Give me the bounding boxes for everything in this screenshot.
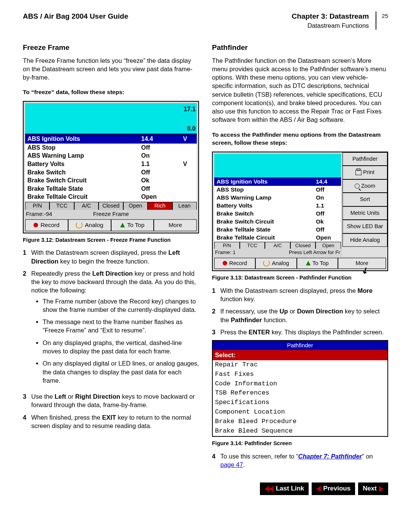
fig313-graph [214,154,341,177]
analog-button[interactable]: Analog [255,258,296,269]
pf-step-2: If necessary, use the Up or Down Directi… [220,307,388,324]
fig313-data-rows: ABS StopOffABS Warning LampOnBattery Vol… [214,186,341,241]
tab-closed[interactable]: Closed [290,242,316,249]
pf-item[interactable]: Code Information [213,379,387,389]
data-row: ABS StopOff [25,144,197,152]
previous-button[interactable]: Previous [312,482,355,495]
tab-tcc[interactable]: TCC [49,202,74,210]
refresh-icon [76,222,83,228]
record-icon [33,223,38,227]
tab-closed[interactable]: Closed [99,202,123,210]
pathfinder-subhead: To access the Pathfinder menu options fr… [212,131,388,147]
freeze-bullet-4: On any displayed digital or LED lines, o… [43,359,199,385]
pf-item[interactable]: Brake Bleed Procedure [213,417,387,427]
figure-3-12-screenshot: 17.1 0.0 ABS Ignition Volts 14.4 V ABS S… [23,101,199,233]
refresh-icon [263,260,270,267]
chapter-7-link[interactable]: Chapter 7: Pathfinder [298,453,362,460]
frame-number: Frame:-94 [26,210,83,218]
pf-item[interactable]: Brake Bleed Sequence [213,427,387,436]
chevron-left-icon [264,486,269,492]
to-top-button[interactable]: To Top [111,219,154,231]
fig312-tabs: P/NTCCA/CClosedOpenRichLean [25,202,197,210]
freeze-step-3: Use the Left or Right Direction keys to … [31,392,199,409]
section-title: Datastream Functions [292,21,369,30]
up-arrow-icon [306,261,311,265]
menu-print[interactable]: Print [342,166,387,179]
page-header: ABS / Air Bag 2004 User Guide Chapter 3:… [23,11,388,30]
figure-3-13-screenshot: ABS Ignition Volts 14.4 ABS StopOffABS W… [212,152,388,272]
print-icon [355,170,362,175]
data-row: Brake SwitchOff [25,168,197,177]
tab-tcc[interactable]: TCC [240,242,265,249]
left-column: Freeze Frame The Freeze Frame function l… [23,40,199,473]
menu-metric[interactable]: Metric Units [342,206,387,220]
chevron-left-icon [269,486,274,492]
last-link-button[interactable]: Last Link [260,482,309,495]
up-arrow-icon [120,223,125,227]
freeze-bullet-1: The Frame number (above the Record key) … [43,297,199,314]
pf-item[interactable]: Repair Trac [213,360,387,370]
fig313-frame-msg: Press Left Arrow for Fr [242,249,340,256]
tab-lean[interactable]: Lean [172,202,197,210]
record-button[interactable]: Record [25,219,68,231]
pf-step-3: Press the ENTER key. This displays the P… [220,328,388,336]
more-button[interactable]: More [154,219,197,231]
chevron-left-icon [316,486,321,492]
analog-button[interactable]: Analog [68,219,111,231]
freeze-step-1: With the Datastream screen displayed, pr… [31,248,199,265]
record-button[interactable]: Record [214,258,255,269]
menu-sort[interactable]: Sort [342,193,387,206]
pf-item[interactable]: TSB References [213,388,387,398]
tab-pn[interactable]: P/N [214,242,240,249]
freeze-frame-message: Freeze Frame [83,210,139,218]
pathfinder-intro: The Pathfinder function on the Datastrea… [212,56,388,124]
tab-open[interactable]: Open [123,202,148,210]
freeze-step-4: When finished, press the EXIT key to ret… [31,413,199,430]
freeze-bullet-3: On any displayed graphs, the vertical, d… [43,339,199,356]
graph-zero-value: 0.0 [187,125,196,133]
pf-screen-title: Pathfinder [213,341,387,350]
more-menu: Pathfinder Print Zoom Sort Metric Units … [342,152,387,257]
data-row: ABS Warning LampOn [25,152,197,160]
tab-ac[interactable]: A/C [74,202,99,210]
record-icon [223,261,227,265]
tab-open[interactable]: Open [315,242,341,249]
pf-step-4: To use this screen, refer to “Chapter 7:… [220,452,388,469]
fig313-tabs: P/NTCCA/CClosedOpen [214,242,341,249]
data-row: Brake Telltale StateOff [25,185,197,193]
menu-led[interactable]: Show LED Bar [342,220,387,233]
pathfinder-heading: Pathfinder [212,43,388,53]
graph-max-value: 17.1 [184,105,196,113]
freeze-frame-subhead: To “freeze” data, follow these steps: [23,88,199,96]
next-button[interactable]: Next [358,482,388,495]
chapter-title: Chapter 3: Datastream [292,11,369,21]
pf-item[interactable]: Component Location [213,407,387,417]
data-row: Brake Switch CircuitOk [214,218,341,226]
figure-3-14-caption: Figure 3.14: Pathfinder Screen [212,440,388,447]
data-row: Battery Volts1.1V [25,160,197,168]
data-row: Brake Telltale CircuitOpen [214,234,341,242]
data-row: ABS Warning LampOn [214,194,341,202]
to-top-button[interactable]: To Top [297,258,338,269]
data-row: Brake Telltale StateOff [214,226,341,234]
tab-pn[interactable]: P/N [25,202,49,210]
data-row: Brake Switch CircuitOk [25,176,197,185]
page-47-link[interactable]: page 47 [220,461,243,468]
freeze-frame-heading: Freeze Frame [23,43,199,53]
menu-hide-analog[interactable]: Hide Analog [342,233,387,247]
nav-bar: Last Link Previous Next [23,482,388,495]
data-row: Battery Volts1.1 [214,202,341,210]
data-row: ABS StopOff [214,186,341,194]
fig313-frame-number: Frame: 1 [215,249,242,256]
freeze-frame-intro: The Freeze Frame function lets you “free… [23,56,199,82]
tab-ac[interactable]: A/C [265,242,290,249]
doc-title: ABS / Air Bag 2004 User Guide [23,11,292,21]
menu-pathfinder[interactable]: Pathfinder [342,152,387,166]
pf-menu-items: Repair TracFast FixesCode InformationTSB… [213,360,387,436]
menu-zoom[interactable]: Zoom [342,179,387,193]
tab-rich[interactable]: Rich [148,202,172,210]
fig312-graph: 17.1 0.0 [25,103,197,134]
pf-item[interactable]: Specifications [213,398,387,407]
pf-item[interactable]: Fast Fixes [213,370,387,379]
pf-select-label: Select: [213,350,387,360]
